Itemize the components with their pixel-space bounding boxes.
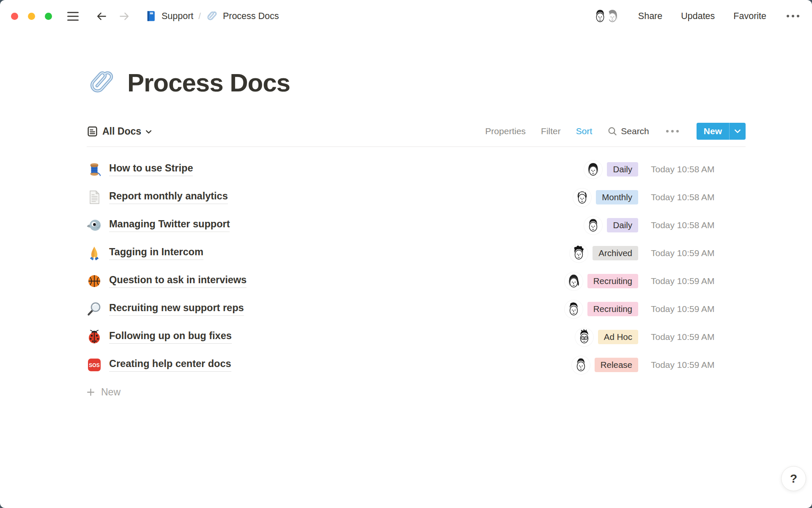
blue-book-emoji-icon — [145, 10, 157, 22]
sos-emoji-icon — [87, 357, 102, 373]
add-new-row-label: New — [101, 387, 121, 398]
doc-title-link[interactable]: Tagging in Intercom — [109, 246, 203, 260]
view-toolbar: All Docs Properties Filter Sort Search N… — [87, 122, 746, 141]
page-paperclip-emoji-icon[interactable] — [87, 67, 118, 98]
thread-spool-emoji-icon — [87, 162, 102, 177]
avatar — [572, 356, 590, 374]
last-edited-time: Today 10:59 AM — [651, 332, 746, 342]
more-options-icon[interactable] — [785, 13, 801, 19]
avatar — [584, 160, 602, 179]
table-row[interactable]: Report monthly analytics Monthly Today 1… — [87, 183, 746, 211]
doc-title-link[interactable]: Creating help center docs — [109, 358, 231, 372]
magnifier-emoji-icon — [87, 301, 102, 317]
doc-title-link[interactable]: Recruiting new support reps — [109, 302, 244, 316]
chevron-down-icon — [145, 130, 152, 134]
doc-title-link[interactable]: Question to ask in interviews — [109, 274, 247, 288]
search-icon — [607, 126, 617, 136]
filter-button[interactable]: Filter — [541, 126, 561, 136]
search-label: Search — [621, 126, 649, 136]
sidebar-menu-icon[interactable] — [67, 12, 79, 21]
avatar — [573, 188, 591, 207]
minimize-window-button[interactable] — [28, 13, 35, 20]
doc-title-link[interactable]: Following up on bug fixes — [109, 330, 232, 344]
breadcrumb-item-support[interactable]: Support — [145, 10, 193, 22]
properties-button[interactable]: Properties — [485, 126, 526, 136]
app-window: Support / Process Docs Share Updates Fav… — [0, 0, 812, 508]
table-row[interactable]: Following up on bug fixes Ad Hoc Today 1… — [87, 323, 746, 351]
avatar — [570, 244, 588, 262]
table-row[interactable]: Tagging in Intercom Archived Today 10:59… — [87, 239, 746, 267]
last-edited-time: Today 10:58 AM — [651, 220, 746, 230]
status-badge[interactable]: Recruiting — [587, 302, 638, 316]
table-row[interactable]: Managing Twitter support Daily Today 10:… — [87, 211, 746, 239]
avatar — [565, 272, 583, 290]
breadcrumb-label: Support — [162, 11, 193, 22]
plus-icon — [87, 388, 95, 396]
last-edited-time: Today 10:59 AM — [651, 248, 746, 258]
table-row[interactable]: Recruiting new support reps Recruiting T… — [87, 295, 746, 323]
bird-emoji-icon — [87, 218, 102, 233]
search-button[interactable]: Search — [607, 126, 649, 136]
avatar — [591, 7, 609, 25]
table-top-divider — [87, 146, 746, 147]
docs-table: How to use Stripe Daily Today 10:58 AM R… — [87, 155, 746, 379]
last-edited-time: Today 10:59 AM — [651, 360, 746, 370]
favorite-button[interactable]: Favorite — [733, 11, 766, 22]
breadcrumb-item-process-docs[interactable]: Process Docs — [206, 10, 279, 22]
window-controls — [11, 13, 52, 20]
close-window-button[interactable] — [11, 13, 18, 20]
status-badge[interactable]: Daily — [607, 218, 638, 232]
paperclip-emoji-icon — [206, 10, 219, 22]
status-badge[interactable]: Archived — [593, 246, 638, 260]
help-button[interactable]: ? — [781, 466, 806, 491]
updates-button[interactable]: Updates — [681, 11, 715, 22]
share-button[interactable]: Share — [638, 11, 662, 22]
table-more-options-icon[interactable] — [664, 128, 680, 134]
avatar — [584, 216, 602, 235]
doc-title-link[interactable]: How to use Stripe — [109, 163, 193, 176]
last-edited-time: Today 10:59 AM — [651, 304, 746, 314]
doc-list-icon — [87, 126, 98, 137]
back-arrow-icon[interactable] — [96, 11, 107, 22]
doc-title-link[interactable]: Managing Twitter support — [109, 218, 230, 232]
status-badge[interactable]: Daily — [607, 162, 638, 177]
view-switcher-all-docs[interactable]: All Docs — [87, 126, 152, 137]
collaborator-avatars — [591, 7, 621, 25]
new-button[interactable]: New — [697, 123, 729, 140]
table-row[interactable]: Creating help center docs Release Today … — [87, 351, 746, 379]
last-edited-time: Today 10:58 AM — [651, 164, 746, 174]
help-question-mark: ? — [790, 472, 797, 486]
status-badge[interactable]: Recruiting — [587, 274, 638, 288]
breadcrumb-label: Process Docs — [223, 11, 279, 22]
praying-hands-emoji-icon — [87, 246, 102, 261]
status-badge[interactable]: Monthly — [596, 190, 638, 204]
chevron-down-icon — [734, 129, 741, 134]
doc-title-link[interactable]: Report monthly analytics — [109, 190, 228, 204]
add-new-row-button[interactable]: New — [87, 379, 746, 405]
ladybug-emoji-icon — [87, 329, 102, 345]
status-badge[interactable]: Release — [595, 358, 638, 372]
breadcrumb: Support / Process Docs — [145, 10, 279, 22]
avatar — [565, 300, 583, 318]
new-dropdown-button[interactable] — [729, 123, 746, 140]
sort-button[interactable]: Sort — [576, 126, 593, 136]
avatar — [575, 328, 593, 346]
page-emoji-icon — [87, 190, 102, 205]
top-bar: Support / Process Docs Share Updates Fav… — [0, 0, 812, 32]
page-title[interactable]: Process Docs — [127, 68, 290, 97]
view-label: All Docs — [102, 126, 141, 137]
status-badge[interactable]: Ad Hoc — [598, 330, 638, 344]
last-edited-time: Today 10:59 AM — [651, 276, 746, 286]
last-edited-time: Today 10:58 AM — [651, 192, 746, 202]
page-content: Process Docs All Docs Properties Filter … — [0, 67, 812, 405]
new-button-group: New — [697, 123, 746, 140]
forward-arrow-icon[interactable] — [119, 11, 130, 22]
basketball-emoji-icon — [87, 273, 102, 289]
table-row[interactable]: How to use Stripe Daily Today 10:58 AM — [87, 155, 746, 183]
table-row[interactable]: Question to ask in interviews Recruiting… — [87, 267, 746, 295]
breadcrumb-separator: / — [198, 11, 201, 21]
zoom-window-button[interactable] — [45, 13, 52, 20]
